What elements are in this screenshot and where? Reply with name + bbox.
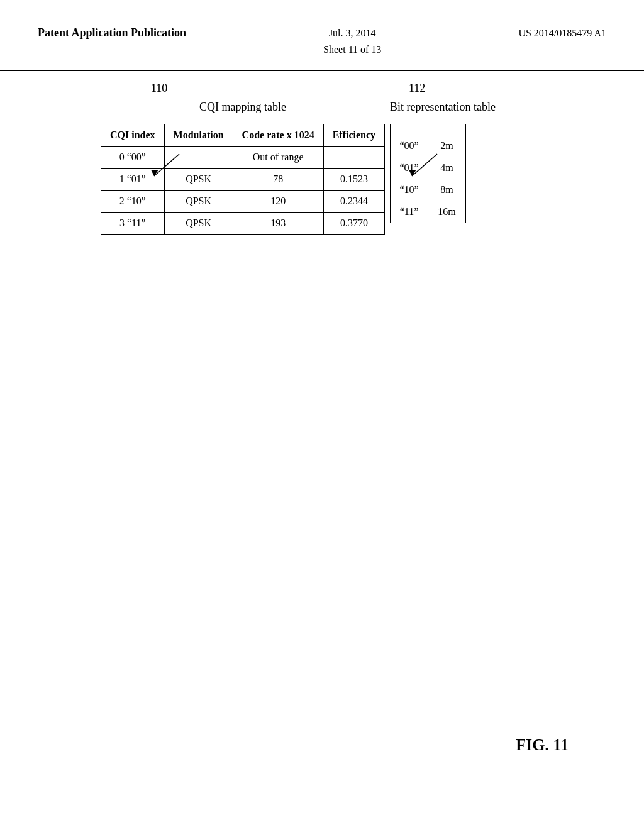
bit-val-4m: 4m	[428, 157, 466, 179]
bit-code-10: “10”	[391, 179, 428, 201]
bit-table-title: Bit representation table	[390, 101, 496, 114]
bit-table-row: “11” 16m	[391, 201, 466, 223]
bit-val-8m: 8m	[428, 179, 466, 201]
bit-representation-section: Bit representation table “00” 2m “01” 4m…	[390, 101, 496, 223]
cqi-index-3: 3 “11”	[101, 213, 165, 235]
code-rate-1: 78	[233, 169, 323, 191]
page-header: Patent Application Publication Jul. 3, 2…	[0, 0, 644, 71]
sheet-info: Sheet 11 of 13	[323, 44, 381, 55]
date: Jul. 3, 2014	[329, 28, 376, 38]
bit-col-value	[428, 124, 466, 135]
code-rate-3: 193	[233, 213, 323, 235]
figure-label: FIG. 11	[516, 736, 569, 755]
table-row: 3 “11” QPSK 193 0.3770	[101, 213, 385, 235]
modulation-0	[164, 147, 233, 169]
table-row: 1 “01” QPSK 78 0.1523	[101, 169, 385, 191]
cqi-index-2: 2 “10”	[101, 191, 165, 213]
efficiency-2: 0.2344	[323, 191, 384, 213]
cqi-table-header-row: CQI index Modulation Code rate x 1024 Ef…	[101, 124, 385, 147]
modulation-3: QPSK	[164, 213, 233, 235]
bit-representation-table: “00” 2m “01” 4m “10” 8m “11” 16m	[390, 124, 466, 223]
bit-table-row: “01” 4m	[391, 157, 466, 179]
annotation-110: 110	[151, 82, 167, 95]
table-row: 2 “10” QPSK 120 0.2344	[101, 191, 385, 213]
cqi-index-1: 1 “01”	[101, 169, 165, 191]
code-rate-0: Out of range	[233, 147, 323, 169]
cqi-index-0: 0 “00”	[101, 147, 165, 169]
bit-val-16m: 16m	[428, 201, 466, 223]
table-row: 0 “00” Out of range	[101, 147, 385, 169]
cqi-mapping-table: CQI index Modulation Code rate x 1024 Ef…	[101, 124, 385, 235]
bit-table-row: “10” 8m	[391, 179, 466, 201]
bit-table-header-row	[391, 124, 466, 135]
modulation-1: QPSK	[164, 169, 233, 191]
annotation-112: 112	[409, 82, 425, 95]
patent-number: US 2014/0185479 A1	[518, 25, 606, 42]
modulation-2: QPSK	[164, 191, 233, 213]
header-center: Jul. 3, 2014 Sheet 11 of 13	[323, 25, 381, 57]
bit-table-row: “00” 2m	[391, 135, 466, 157]
col-efficiency: Efficiency	[323, 124, 384, 147]
bit-code-11: “11”	[391, 201, 428, 223]
efficiency-0	[323, 147, 384, 169]
efficiency-1: 0.1523	[323, 169, 384, 191]
bit-code-00: “00”	[391, 135, 428, 157]
col-modulation: Modulation	[164, 124, 233, 147]
bit-val-2m: 2m	[428, 135, 466, 157]
col-cqi-index: CQI index	[101, 124, 165, 147]
cqi-table-title: CQI mapping table	[101, 101, 385, 114]
code-rate-2: 120	[233, 191, 323, 213]
col-code-rate: Code rate x 1024	[233, 124, 323, 147]
efficiency-3: 0.3770	[323, 213, 384, 235]
bit-code-01: “01”	[391, 157, 428, 179]
bit-col-code	[391, 124, 428, 135]
publication-title: Patent Application Publication	[38, 25, 186, 41]
cqi-mapping-section: CQI mapping table CQI index Modulation C…	[101, 101, 385, 235]
